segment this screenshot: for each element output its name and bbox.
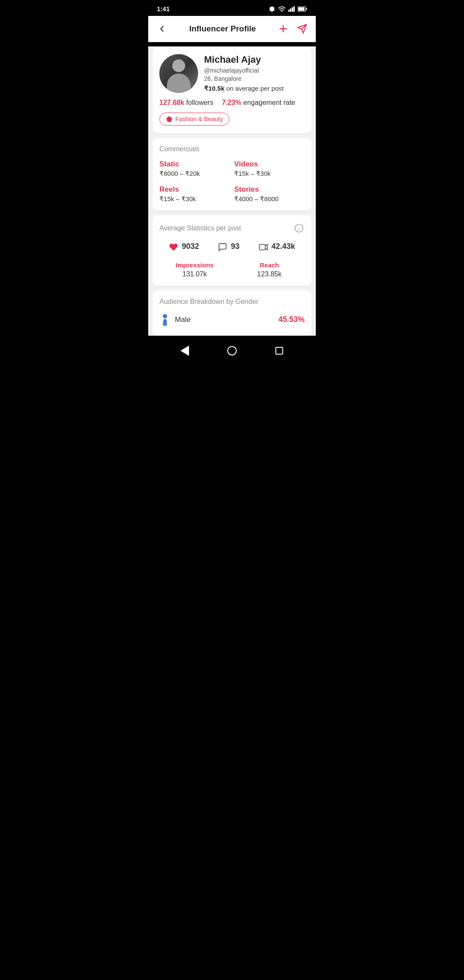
reach-label: Reach	[259, 261, 279, 269]
svg-rect-17	[259, 244, 266, 250]
commercial-item-stories: Stories ₹4000 – ₹8000	[234, 185, 305, 203]
views-stat: 42.43k	[259, 242, 295, 252]
battery-icon	[298, 6, 307, 12]
impressions-reach-row: Impressions 131.07k Reach 123.85k	[159, 261, 305, 278]
svg-marker-13	[166, 116, 172, 122]
status-icons	[269, 6, 307, 12]
engagement-value: 7.23%	[222, 99, 241, 106]
profile-info: Michael Ajay @michaelajayofficial 26, Ba…	[204, 54, 305, 92]
app-bar: Influencer Profile	[148, 16, 316, 42]
tag-label: Fashion & Beauty	[175, 116, 223, 122]
stats-row: 9032 93 42.43k	[159, 242, 305, 252]
audience-card: Audience Breakdown by Gender Male 45.53%	[153, 290, 311, 336]
back-button[interactable]	[155, 22, 169, 36]
audience-title: Audience Breakdown by Gender	[159, 298, 305, 306]
info-icon[interactable]	[293, 223, 305, 234]
profile-handle: @michaelajayofficial	[204, 67, 305, 74]
followers-stat: 127.68k followers	[159, 99, 213, 107]
profile-name: Michael Ajay	[204, 54, 305, 65]
impressions-label: Impressions	[176, 261, 214, 269]
bottom-nav	[148, 340, 316, 361]
svg-rect-5	[293, 6, 295, 12]
svg-point-18	[163, 314, 167, 318]
svg-rect-4	[292, 7, 293, 12]
profile-top: Michael Ajay @michaelajayofficial 26, Ba…	[159, 54, 305, 93]
likes-stat: 9032	[169, 242, 199, 252]
share-button[interactable]	[295, 22, 309, 36]
followers-value: 127.68k	[159, 99, 184, 106]
impressions-value: 131.07k	[183, 270, 207, 278]
add-button[interactable]	[276, 22, 290, 36]
fashion-beauty-tag: Fashion & Beauty	[159, 113, 229, 126]
commercial-item-reels: Reels ₹15k – ₹30k	[159, 185, 230, 203]
settings-icon	[269, 6, 275, 12]
rate-label: on average per post	[226, 85, 284, 92]
reach-value: 123.85k	[257, 270, 282, 278]
views-value: 42.43k	[272, 242, 295, 251]
svg-rect-2	[288, 9, 290, 12]
impressions-item: Impressions 131.07k	[159, 261, 230, 278]
profile-stats: 127.68k followers 7.23% engagement rate	[159, 99, 305, 107]
videos-label: Videos	[234, 160, 305, 168]
recents-nav-button[interactable]	[270, 341, 289, 360]
videos-range: ₹15k – ₹30k	[234, 170, 305, 178]
avatar	[159, 54, 198, 93]
engagement-label: engagement rate	[243, 99, 295, 106]
wifi-icon	[278, 6, 286, 12]
profile-card: Michael Ajay @michaelajayofficial 26, Ba…	[153, 46, 311, 133]
male-pct: 45.53%	[278, 315, 305, 324]
commercials-card: Commercials Static ₹8000 – ₹20k Videos ₹…	[153, 138, 311, 211]
male-icon	[159, 313, 171, 326]
svg-rect-20	[164, 323, 165, 326]
heart-icon	[169, 242, 178, 252]
main-content: Michael Ajay @michaelajayofficial 26, Ba…	[148, 46, 316, 336]
audience-left: Male	[159, 313, 191, 326]
profile-location: 26, Bangalore	[204, 75, 305, 82]
male-label: Male	[175, 315, 191, 324]
status-bar: 1:41	[148, 0, 316, 16]
static-label: Static	[159, 160, 230, 168]
commercial-item-static: Static ₹8000 – ₹20k	[159, 160, 230, 178]
stats-header: Average Statistics per post	[159, 223, 305, 234]
stats-title: Average Statistics per post	[159, 224, 241, 232]
likes-value: 9032	[182, 242, 199, 251]
followers-label: followers	[186, 99, 213, 106]
engagement-stat: 7.23% engagement rate	[222, 99, 295, 107]
time: 1:41	[157, 5, 170, 12]
reels-range: ₹15k – ₹30k	[159, 195, 230, 203]
back-nav-button[interactable]	[175, 341, 194, 360]
stories-range: ₹4000 – ₹8000	[234, 195, 305, 203]
avg-stats-card: Average Statistics per post 9032	[153, 215, 311, 286]
home-nav-button[interactable]	[223, 341, 241, 360]
rate-value: ₹10.5k	[204, 85, 225, 92]
commercials-grid: Static ₹8000 – ₹20k Videos ₹15k – ₹30k R…	[159, 160, 305, 203]
diamond-icon	[166, 116, 173, 122]
comments-value: 93	[231, 242, 239, 251]
tag-row: Fashion & Beauty	[159, 113, 305, 126]
stories-label: Stories	[234, 185, 305, 194]
svg-rect-8	[298, 7, 304, 11]
reach-item: Reach 123.85k	[234, 261, 305, 278]
video-icon	[259, 242, 268, 252]
comment-icon	[218, 242, 227, 252]
svg-rect-19	[163, 319, 167, 324]
audience-item-male: Male 45.53%	[159, 313, 305, 326]
comments-stat: 93	[218, 242, 239, 252]
profile-rate: ₹10.5k on average per post	[204, 85, 305, 92]
svg-rect-7	[306, 8, 307, 9]
static-range: ₹8000 – ₹20k	[159, 170, 230, 178]
page-title: Influencer Profile	[169, 24, 276, 34]
reels-label: Reels	[159, 185, 230, 194]
commercials-title: Commercials	[159, 145, 305, 153]
svg-rect-3	[290, 8, 291, 12]
svg-point-1	[281, 11, 282, 12]
commercial-item-videos: Videos ₹15k – ₹30k	[234, 160, 305, 178]
signal-icon	[288, 6, 295, 12]
